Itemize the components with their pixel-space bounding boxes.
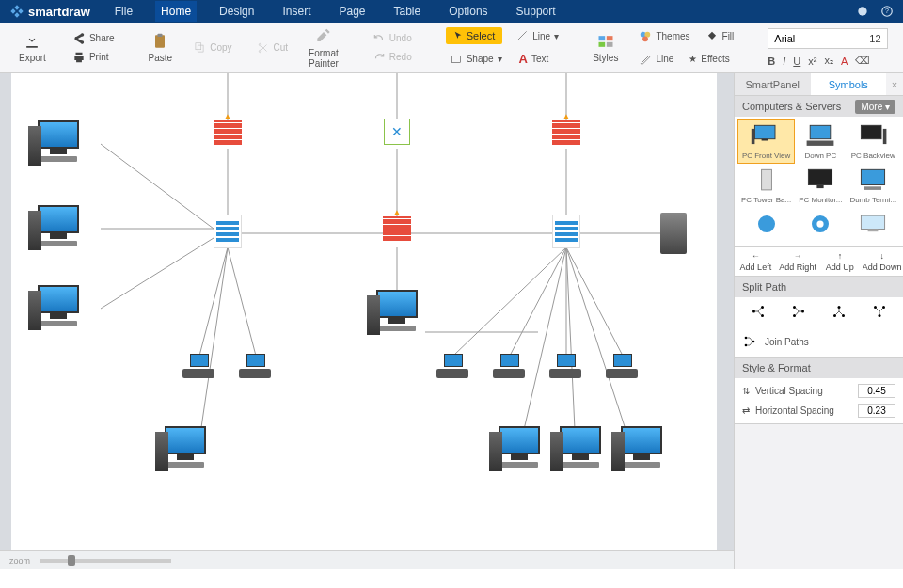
drawing-page[interactable]: .pc{width:60px;height:50px;}.pc .mon{wid… [11,73,717,550]
switch-node[interactable] [214,215,242,248]
split-path-icons [735,297,903,326]
undo-button[interactable]: Undo [369,30,416,47]
zoom-slider[interactable] [40,559,171,563]
pc-node[interactable] [30,120,87,167]
paste-button[interactable]: Paste [143,28,179,67]
font-color-button[interactable]: A [841,56,848,67]
svg-rect-47 [883,129,887,144]
symbol-down-pc[interactable]: Down PC [796,120,845,163]
phone-node[interactable] [493,354,527,382]
firewall-node[interactable]: ▲ [214,119,242,145]
phone-node[interactable] [606,354,640,382]
line-style-button[interactable]: Line [635,51,677,68]
print-button[interactable]: Print [69,49,119,66]
pc-node[interactable] [552,426,609,473]
notification-icon[interactable] [856,5,869,18]
menu-insert[interactable]: Insert [277,1,316,22]
menu-design[interactable]: Design [214,1,260,22]
text-tool[interactable]: AText [515,50,553,68]
join-paths-row[interactable]: Join Paths [735,326,903,357]
pc-node[interactable] [613,426,670,473]
pc-node[interactable] [30,285,87,332]
symbol-item[interactable] [738,209,794,243]
symbol-tower-back[interactable]: PC Tower Ba... [738,165,794,207]
select-tool[interactable]: Select [446,27,503,44]
library-header: Computers & Servers More ▾ [735,96,903,117]
svg-point-58 [752,310,755,313]
share-button[interactable]: Share [69,30,119,47]
menu-table[interactable]: Table [388,1,427,22]
cloud-switch-node[interactable]: ✕ [384,119,410,145]
format-painter-button[interactable]: Format Painter [303,24,344,72]
svg-point-53 [758,215,775,232]
menu-home[interactable]: Home [155,1,197,22]
library-more-button[interactable]: More ▾ [855,100,895,114]
bold-button[interactable]: B [768,56,775,67]
add-left-button[interactable]: ←Add Left [735,247,777,276]
font-size-input[interactable]: 12 [863,33,886,44]
split-icon-2[interactable] [790,303,807,320]
join-icon [742,334,757,349]
split-icon-1[interactable] [750,303,767,320]
split-icon-4[interactable] [871,303,888,320]
firewall-node[interactable]: ▲ [552,119,580,145]
help-icon[interactable]: ? [880,5,894,18]
italic-button[interactable]: I [783,56,785,67]
symbol-item[interactable] [847,209,899,243]
symbol-grid: PC Front View Down PC PC Backview PC Tow… [735,117,903,246]
app-name: smartdraw [28,5,90,19]
menu-file[interactable]: File [109,1,138,22]
svg-rect-50 [817,185,824,189]
phone-node[interactable] [549,354,583,382]
phone-node[interactable] [239,354,273,382]
add-down-button[interactable]: ↓Add Down [861,247,903,276]
hspace-input[interactable] [858,404,895,418]
copy-button[interactable]: Copy [189,40,235,56]
style-format-header: Style & Format [735,358,903,378]
diagram-links [11,73,717,550]
styles-button[interactable]: Styles [587,28,624,67]
cut-button[interactable]: Cut [253,40,293,56]
symbol-dumb-terminal[interactable]: Dumb Termi... [847,165,899,207]
menu-options[interactable]: Options [443,1,493,22]
clear-format-button[interactable]: ⌫ [855,55,870,67]
svg-line-25 [101,238,214,309]
fill-button[interactable]: Fill [702,28,738,45]
font-name-input[interactable] [768,33,863,44]
symbol-monitor[interactable]: PC Monitor... [796,165,845,207]
pc-node[interactable] [491,426,547,473]
underline-button[interactable]: U [793,56,800,67]
pc-node[interactable] [157,426,214,473]
menu-page[interactable]: Page [333,1,371,22]
line-tool[interactable]: Line ▾ [512,27,562,44]
svg-point-61 [801,310,804,313]
add-up-button[interactable]: ↑Add Up [819,247,862,276]
vspace-input[interactable] [858,384,895,398]
server-node[interactable] [660,213,687,254]
switch-node[interactable] [552,215,580,248]
split-icon-3[interactable] [831,303,848,320]
pc-node[interactable] [30,205,87,252]
font-selector[interactable]: 12 [768,28,887,49]
shape-tool[interactable]: Shape ▾ [446,51,506,68]
symbol-item[interactable] [796,209,845,243]
export-button[interactable]: Export [13,28,52,67]
panel-close-button[interactable]: × [886,73,903,95]
symbol-pc-front[interactable]: PC Front View [738,120,794,163]
add-right-button[interactable]: →Add Right [777,247,819,276]
phone-node[interactable] [182,354,216,382]
phone-node[interactable] [436,354,470,382]
tab-symbols[interactable]: Symbols [811,73,887,95]
menu-support[interactable]: Support [511,1,562,22]
vspace-label: Vertical Spacing [755,386,823,396]
pc-node[interactable] [369,290,425,337]
effects-button[interactable]: ★Effects [685,51,733,68]
themes-button[interactable]: Themes [635,28,693,45]
subscript-button[interactable]: x₂ [824,55,833,67]
firewall-node[interactable]: ▲ [383,215,411,241]
superscript-button[interactable]: x² [808,56,816,67]
redo-button[interactable]: Redo [369,49,416,66]
svg-line-39 [566,247,576,450]
tab-smartpanel[interactable]: SmartPanel [735,73,811,95]
symbol-pc-back[interactable]: PC Backview [847,120,899,163]
